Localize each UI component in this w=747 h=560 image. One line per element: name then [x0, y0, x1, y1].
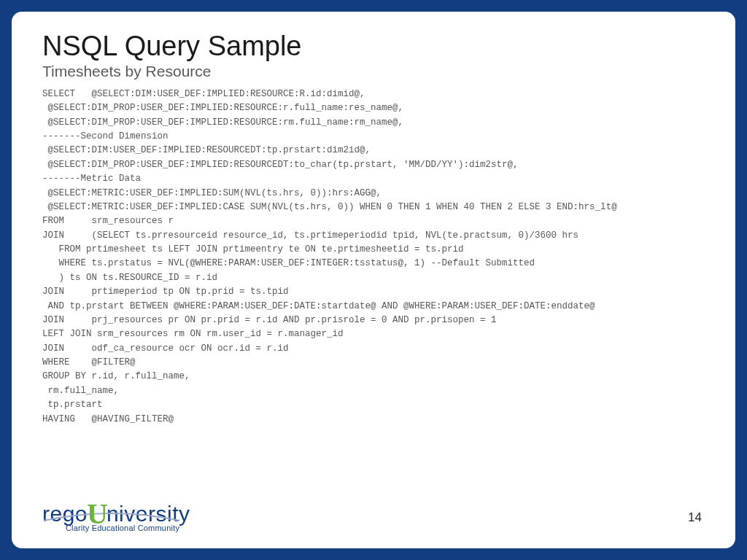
code-block: SELECT @SELECT:DIM:USER_DEF:IMPLIED:RESO… — [42, 88, 705, 427]
slide-frame: NSQL Query Sample Timesheets by Resource… — [0, 0, 747, 560]
logo: regoUniversity Clarity Educational Commu… — [42, 494, 203, 532]
slide-subtitle: Timesheets by Resource — [42, 63, 705, 80]
slide: NSQL Query Sample Timesheets by Resource… — [12, 12, 735, 548]
logo-text-u: U — [87, 497, 108, 531]
slide-title: NSQL Query Sample — [42, 32, 705, 61]
logo-wordmark: regoUniversity — [42, 494, 203, 525]
page-number: 14 — [688, 510, 702, 525]
logo-swoosh-icon — [42, 510, 181, 524]
